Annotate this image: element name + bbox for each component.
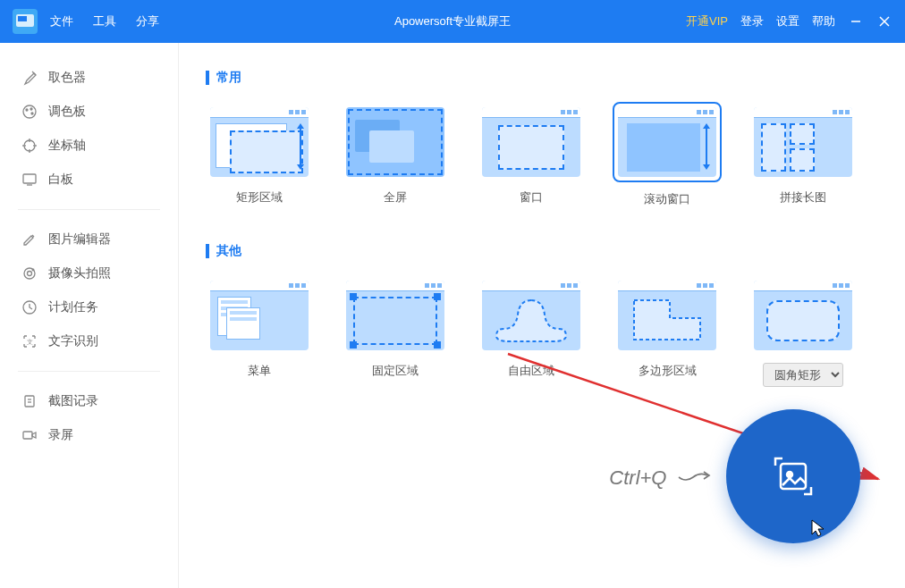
mode-shape[interactable]: 圆角矩形 (749, 275, 857, 387)
sidebar-item-record[interactable]: 录屏 (0, 418, 178, 452)
mode-label: 滚动窗口 (644, 191, 690, 207)
sidebar-item-label: 录屏 (48, 427, 73, 443)
menu-file[interactable]: 文件 (50, 13, 73, 29)
sidebar-item-eyedropper[interactable]: 取色器 (0, 61, 178, 95)
history-icon (21, 393, 38, 409)
mode-label: 固定区域 (372, 363, 419, 379)
svg-point-9 (31, 113, 33, 114)
app-title: Apowersoft专业截屏王 (394, 13, 511, 29)
app-logo-icon (13, 9, 38, 34)
mode-rectangle[interactable]: 矩形区域 (206, 102, 313, 207)
settings-link[interactable]: 设置 (776, 13, 799, 29)
sidebar-item-label: 截图记录 (48, 393, 98, 409)
sidebar: 取色器 调色板 坐标轴 白板 图片编辑器 摄像头拍照 (0, 43, 179, 588)
record-icon (21, 427, 38, 443)
sidebar-item-label: 取色器 (48, 70, 86, 86)
app-window: 文件 工具 分享 Apowersoft专业截屏王 开通VIP 登录 设置 帮助 … (0, 0, 905, 588)
section-other-title: 其他 (206, 243, 878, 259)
titlebar: 文件 工具 分享 Apowersoft专业截屏王 开通VIP 登录 设置 帮助 (0, 0, 905, 43)
ocr-icon: 文 (21, 333, 38, 349)
svg-marker-27 (297, 123, 304, 129)
sidebar-divider (18, 371, 160, 372)
svg-point-7 (26, 109, 28, 111)
sidebar-item-label: 调色板 (48, 104, 86, 120)
minimize-icon[interactable] (848, 13, 864, 29)
sidebar-item-label: 计划任务 (48, 299, 98, 315)
svg-rect-22 (25, 396, 34, 407)
capture-icon (765, 448, 822, 505)
sidebar-item-history[interactable]: 截图记录 (0, 384, 178, 418)
svg-rect-33 (781, 464, 806, 489)
sidebar-item-label: 摄像头拍照 (48, 265, 111, 281)
modes-common: 矩形区域 全屏 窗口 (206, 102, 878, 207)
svg-marker-31 (703, 164, 710, 170)
svg-text:文: 文 (27, 339, 33, 345)
sidebar-item-ocr[interactable]: 文 文字识别 (0, 324, 178, 358)
edit-icon (21, 231, 38, 248)
menu-tools[interactable]: 工具 (93, 13, 116, 29)
svg-point-18 (28, 272, 32, 276)
mode-label: 矩形区域 (236, 189, 283, 206)
svg-rect-25 (23, 432, 32, 439)
palette-icon (21, 104, 38, 120)
svg-point-8 (30, 108, 32, 110)
main-content: 常用 矩形区域 全屏 (179, 43, 905, 588)
mode-scrolling-window[interactable]: 滚动窗口 (613, 102, 721, 207)
close-icon[interactable] (876, 13, 892, 29)
whiteboard-icon (21, 172, 38, 188)
svg-marker-30 (703, 123, 710, 129)
crosshair-icon (21, 138, 38, 154)
section-common-title: 常用 (206, 70, 878, 86)
sidebar-item-whiteboard[interactable]: 白板 (0, 163, 178, 197)
shortcut-hint: Ctrl+Q (609, 465, 713, 490)
mode-polygon[interactable]: 多边形区域 (613, 275, 721, 387)
modes-other: 菜单 固定区域 自由区域 (206, 275, 878, 387)
main-menu: 文件 工具 分享 (50, 13, 159, 29)
eyedropper-icon (21, 70, 38, 86)
capture-fab[interactable] (726, 409, 860, 543)
svg-point-34 (787, 472, 792, 477)
mode-label: 窗口 (520, 189, 543, 206)
curly-arrow-icon (677, 465, 713, 484)
mode-window[interactable]: 窗口 (478, 102, 585, 207)
mode-stitch[interactable]: 拼接长图 (749, 102, 857, 207)
mode-freeform[interactable]: 自由区域 (478, 275, 585, 387)
login-link[interactable]: 登录 (740, 13, 764, 29)
sidebar-item-palette[interactable]: 调色板 (0, 95, 178, 129)
mode-label: 自由区域 (508, 363, 554, 379)
sidebar-item-label: 坐标轴 (48, 138, 86, 154)
help-link[interactable]: 帮助 (812, 13, 835, 29)
mode-menu[interactable]: 菜单 (206, 275, 313, 387)
menu-share[interactable]: 分享 (136, 13, 159, 29)
sidebar-item-editor[interactable]: 图片编辑器 (0, 223, 178, 256)
sidebar-item-camera[interactable]: 摄像头拍照 (0, 256, 178, 290)
mode-fixed[interactable]: 固定区域 (342, 275, 449, 387)
svg-point-19 (32, 269, 34, 271)
vip-link[interactable]: 开通VIP (686, 13, 728, 29)
svg-marker-28 (297, 164, 304, 170)
sidebar-item-crosshair[interactable]: 坐标轴 (0, 129, 178, 163)
sidebar-item-label: 文字识别 (48, 333, 98, 349)
mode-label: 多边形区域 (639, 363, 697, 379)
mode-label: 拼接长图 (780, 189, 826, 206)
sidebar-item-label: 白板 (48, 172, 73, 188)
sidebar-item-schedule[interactable]: 计划任务 (0, 290, 178, 324)
shape-select[interactable]: 圆角矩形 (763, 363, 843, 387)
camera-icon (21, 265, 38, 281)
mode-fullscreen[interactable]: 全屏 (342, 102, 449, 207)
svg-rect-15 (23, 174, 36, 183)
sidebar-item-label: 图片编辑器 (48, 231, 111, 248)
svg-rect-2 (18, 16, 27, 21)
mode-label: 全屏 (384, 189, 407, 206)
clock-icon (21, 299, 38, 315)
mode-label: 菜单 (248, 363, 271, 379)
svg-point-6 (23, 105, 36, 118)
titlebar-right: 开通VIP 登录 设置 帮助 (686, 13, 905, 29)
sidebar-divider (18, 209, 160, 210)
